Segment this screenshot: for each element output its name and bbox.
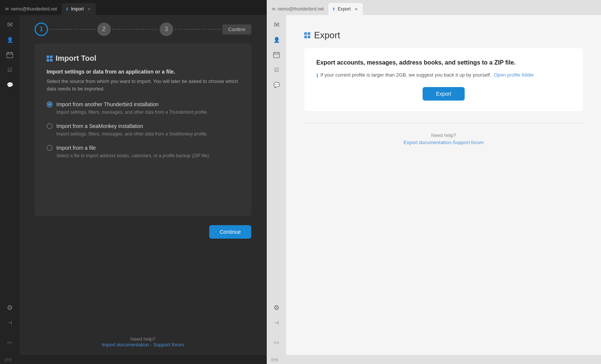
export-documentation-link[interactable]: Export documentation	[403, 140, 451, 145]
left-sidebar: ✉ 👤 ☑ 💬 ⚙ ⊣ ((•))	[0, 15, 20, 355]
import-tool-icon	[47, 56, 53, 62]
export-tab-close[interactable]: ✕	[353, 6, 359, 12]
step-line-3	[175, 29, 221, 30]
step-2: 2	[97, 23, 111, 36]
sidebar-item-address-book[interactable]: 👤	[3, 33, 17, 47]
option-file-label: Import from a file	[56, 145, 96, 151]
sidebar-signal: ((•))	[3, 335, 17, 349]
sidebar-item-tasks[interactable]: ☑	[3, 63, 17, 77]
import-options: Import from another Thunderbird installa…	[47, 101, 239, 159]
option-seamonkey: Import from a SeaMonkey installation Imp…	[47, 123, 239, 137]
step-1: 1	[35, 23, 48, 36]
option-seamonkey-label: Import from a SeaMonkey installation	[56, 123, 143, 129]
panel-subtitle: Import settings or data from an applicat…	[47, 69, 239, 75]
right-help-section: Need help? Export documentation - Suppor…	[304, 132, 583, 145]
envelope-icon: ✉	[5, 7, 9, 12]
import-tab-close[interactable]: ✕	[86, 6, 92, 12]
left-help-footer: Need help? Import documentation - Suppor…	[20, 329, 266, 355]
sidebar-item-mail[interactable]: ✉	[3, 18, 17, 32]
panel-title: Import Tool	[56, 54, 97, 63]
option-file: Import from a file Select a file to impo…	[47, 145, 239, 159]
export-support-link[interactable]: Support forum	[453, 140, 483, 145]
right-window: ✉ nemo@thunderbird.net ⬆ Export ✕ ✉ 👤 ☑ …	[267, 0, 601, 364]
sidebar-item-mail-right[interactable]: ✉	[270, 18, 283, 32]
step-confirm: Confirm	[222, 24, 252, 35]
email-tab-right[interactable]: ✉ nemo@thunderbird.net	[268, 3, 328, 15]
step-3: 3	[160, 23, 173, 36]
import-tab[interactable]: ⬇ Import ✕	[62, 3, 96, 15]
panel-description: Select the source from which you want to…	[47, 78, 239, 92]
step-line-1	[50, 29, 96, 30]
sidebar-item-tasks-right[interactable]: ☑	[270, 63, 283, 77]
panel-header: Import Tool	[47, 54, 239, 63]
left-status-bar: ((•))	[0, 355, 266, 364]
export-tab-icon: ⬆	[332, 7, 335, 12]
envelope-icon-right: ✉	[272, 7, 275, 12]
sidebar-item-calendar-right[interactable]	[270, 48, 283, 62]
continue-button[interactable]: Continue	[209, 225, 251, 239]
sidebar-item-chat-right[interactable]: 💬	[270, 78, 283, 92]
import-panel: Import Tool Import settings or data from…	[35, 44, 251, 216]
import-tab-icon: ⬇	[65, 7, 69, 12]
left-signal-icon: ((•))	[5, 357, 12, 362]
sidebar-item-settings[interactable]: ⚙	[3, 301, 17, 314]
radio-seamonkey[interactable]	[47, 123, 53, 129]
export-title: Export	[314, 30, 340, 41]
import-support-link[interactable]: Support forum	[153, 342, 184, 347]
right-status-bar: ((•))	[267, 355, 601, 364]
info-icon: ℹ	[316, 72, 318, 80]
sidebar-item-calendar[interactable]	[3, 48, 17, 62]
continue-row: Continue	[20, 216, 266, 239]
export-content-area: Export Export accounts, messages, addres…	[286, 15, 601, 355]
import-page-area: 1 2 3 Confirm	[20, 15, 266, 355]
option-file-desc: Select a file to import address books, c…	[56, 152, 239, 159]
open-profile-folder-link[interactable]: Open profile folder	[494, 72, 534, 78]
option-thunderbird-desc: Import settings, filters, messages, and …	[56, 109, 239, 116]
export-divider	[304, 123, 583, 123]
sidebar-signal-right: ((•))	[270, 335, 283, 349]
left-window: ✉ nemo@thunderbird.net ⬇ Import ✕ ✉ 👤 ☑ …	[0, 0, 267, 364]
export-tab[interactable]: ⬆ Export ✕	[328, 3, 363, 15]
sidebar-item-address-book-right[interactable]: 👤	[270, 33, 283, 47]
steps-bar: 1 2 3 Confirm	[20, 15, 266, 44]
step-line-2	[112, 29, 159, 30]
option-thunderbird: Import from another Thunderbird installa…	[47, 101, 239, 116]
sidebar-item-chat[interactable]: 💬	[3, 78, 17, 92]
right-signal-icon: ((•))	[271, 357, 278, 362]
sidebar-item-settings-right[interactable]: ⚙	[270, 301, 283, 314]
svg-rect-4	[273, 53, 279, 58]
export-box-title: Export accounts, messages, address books…	[316, 59, 571, 67]
option-seamonkey-desc: Import settings, filters, messages, and …	[56, 131, 239, 137]
sidebar-item-collapse[interactable]: ⊣	[3, 316, 17, 329]
email-tab-left[interactable]: ✉ nemo@thunderbird.net	[2, 3, 61, 15]
export-header: Export	[304, 30, 583, 41]
option-thunderbird-label: Import from another Thunderbird installa…	[56, 101, 159, 107]
export-grid-icon	[304, 32, 310, 38]
svg-rect-0	[7, 53, 13, 58]
export-box: Export accounts, messages, address books…	[304, 48, 583, 111]
sidebar-item-collapse-right[interactable]: ⊣	[270, 316, 283, 329]
export-note: ℹ If your current profile is larger than…	[316, 71, 571, 80]
right-sidebar: ✉ 👤 ☑ 💬 ⚙ ⊣ ((•))	[267, 15, 286, 355]
radio-file[interactable]	[47, 145, 53, 151]
export-button[interactable]: Export	[423, 87, 465, 101]
radio-thunderbird[interactable]	[47, 101, 53, 107]
import-documentation-link[interactable]: Import documentation	[102, 342, 149, 347]
